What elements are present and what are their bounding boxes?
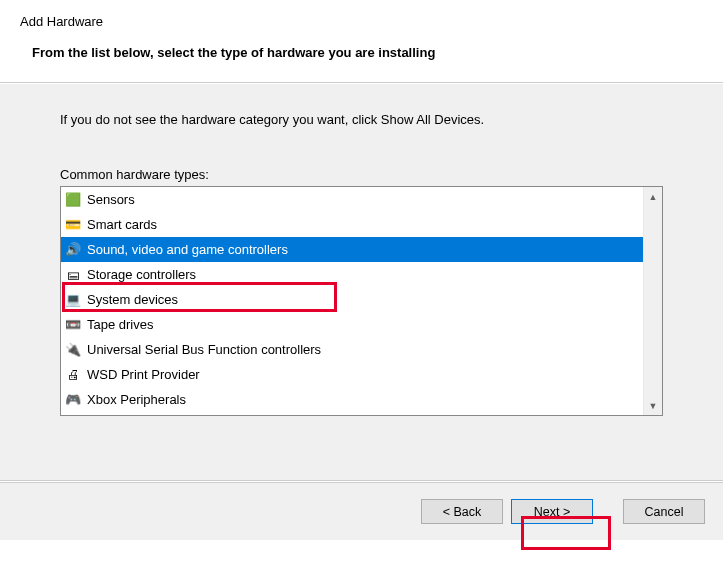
list-item-label: System devices [87, 292, 178, 307]
tape-icon: 📼 [65, 317, 81, 333]
list-item[interactable]: 🖨WSD Print Provider [61, 362, 643, 387]
list-item-label: Sensors [87, 192, 135, 207]
sound-icon: 🔊 [65, 242, 81, 258]
back-button[interactable]: < Back [421, 499, 503, 524]
next-button[interactable]: Next > [511, 499, 593, 524]
list-item[interactable]: 💻System devices [61, 287, 643, 312]
list-item[interactable]: 🎮Xbox Peripherals [61, 387, 643, 412]
scrollbar[interactable]: ▲ ▼ [643, 187, 662, 415]
instruction-text: If you do not see the hardware category … [60, 112, 663, 127]
list-item[interactable]: 🔊Sound, video and game controllers [61, 237, 643, 262]
list-item[interactable]: 🟩Sensors [61, 187, 643, 212]
system-icon: 💻 [65, 292, 81, 308]
xbox-icon: 🎮 [65, 392, 81, 408]
list-item-label: Xbox Peripherals [87, 392, 186, 407]
list-item[interactable]: 🔌Universal Serial Bus Function controlle… [61, 337, 643, 362]
scroll-up-icon[interactable]: ▲ [644, 187, 662, 206]
list-item-label: Tape drives [87, 317, 153, 332]
scroll-down-icon[interactable]: ▼ [644, 396, 662, 415]
list-item[interactable]: 💳Smart cards [61, 212, 643, 237]
content-area: If you do not see the hardware category … [0, 84, 723, 480]
list-item-label: WSD Print Provider [87, 367, 200, 382]
list-item[interactable]: 📼Tape drives [61, 312, 643, 337]
smart-cards-icon: 💳 [65, 217, 81, 233]
list-item-label: Sound, video and game controllers [87, 242, 288, 257]
list-item[interactable]: 🖴Storage controllers [61, 262, 643, 287]
list-label: Common hardware types: [60, 167, 663, 182]
list-item-label: Storage controllers [87, 267, 196, 282]
sensors-icon: 🟩 [65, 192, 81, 208]
cancel-button[interactable]: Cancel [623, 499, 705, 524]
window-title: Add Hardware [20, 14, 703, 29]
storage-icon: 🖴 [65, 267, 81, 283]
list-item-label: Smart cards [87, 217, 157, 232]
usb-icon: 🔌 [65, 342, 81, 358]
footer: < Back Next > Cancel [0, 482, 723, 540]
list-item-label: Universal Serial Bus Function controller… [87, 342, 321, 357]
hardware-types-listbox[interactable]: 🟩Sensors💳Smart cards🔊Sound, video and ga… [60, 186, 663, 416]
wsd-print-icon: 🖨 [65, 367, 81, 383]
window-subtitle: From the list below, select the type of … [20, 45, 703, 82]
